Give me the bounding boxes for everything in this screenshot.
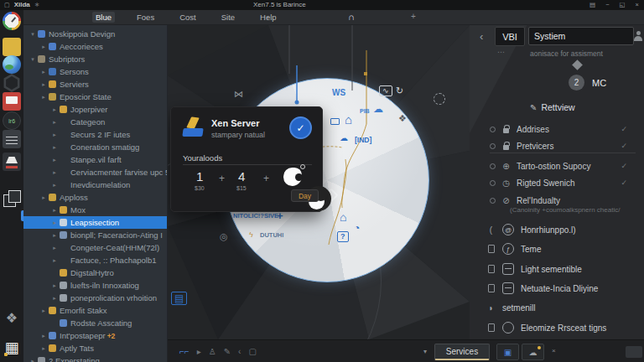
frame-icon[interactable]: ▢ — [248, 347, 256, 356]
caret-closed-icon[interactable]: ▸ — [39, 94, 48, 101]
window-menu-icon[interactable]: ▤ — [589, 1, 595, 8]
services-button[interactable]: Services — [434, 344, 490, 360]
clock-icon[interactable] — [3, 12, 21, 30]
caret-closed-icon[interactable]: ▸ — [50, 257, 59, 264]
caret-closed-icon[interactable]: ▸ — [39, 308, 48, 314]
back-icon[interactable]: ‹ — [238, 347, 241, 356]
radio-icon[interactable] — [490, 180, 496, 186]
menu-foes[interactable]: Foes — [133, 12, 158, 23]
corner-widget[interactable] — [626, 346, 642, 358]
avatar[interactable]: 2 — [569, 75, 584, 90]
tree-item[interactable]: ▸Apploss — [23, 191, 167, 204]
tree-item[interactable]: ▸Mox — [23, 204, 167, 216]
tree-item[interactable]: ▸Emorfit Stakx — [23, 304, 167, 317]
tree-item[interactable]: ▾Noskippoia Devign — [23, 28, 167, 40]
caret-closed-icon[interactable]: ▸ — [39, 81, 48, 88]
close-button[interactable]: × — [636, 1, 639, 8]
panel-item-row[interactable]: ƒTeme — [486, 241, 642, 256]
tree-item[interactable]: DigstalHytro — [23, 266, 167, 279]
monitor-icon[interactable] — [3, 92, 21, 111]
caret-closed-icon[interactable]: ▸ — [50, 106, 59, 113]
caret-closed-icon[interactable]: ▸ — [50, 295, 59, 302]
tree-item[interactable]: ▸Inevdicumelation — [23, 178, 167, 191]
apple-logo-icon[interactable] — [283, 168, 302, 186]
tree-item[interactable]: ▸Stanpe.vil farft — [23, 153, 167, 166]
menu-cost[interactable]: Cost — [176, 12, 200, 23]
day-button[interactable]: Day — [291, 189, 319, 202]
layers-icon[interactable] — [3, 189, 21, 208]
menu-blue[interactable]: Blue — [92, 12, 115, 23]
caret-closed-icon[interactable]: ▸ — [50, 182, 59, 189]
briefcase-icon[interactable]: ▣ — [496, 344, 519, 360]
option-row[interactable]: ⊘Rel'Indualty — [490, 194, 639, 207]
quantity-2[interactable]: 4 — [238, 169, 245, 184]
tree-item[interactable]: ▸luefts-iln Innoxatiog — [23, 279, 167, 292]
pencil-icon[interactable]: ✎ — [224, 347, 231, 356]
option-row[interactable]: ◷Rigted Swenich✓ — [490, 176, 639, 189]
caret-closed-icon[interactable]: ▸ — [39, 69, 48, 75]
printer-icon[interactable] — [3, 153, 21, 171]
tree-item[interactable]: ▸Int'postapepr+2 — [23, 329, 167, 342]
tree-item[interactable]: ▸Congeter-Ceat(HHM(72l) — [23, 241, 167, 254]
list-icon[interactable] — [3, 130, 21, 148]
ir6-icon[interactable]: Ir6 — [3, 111, 21, 130]
tree-item[interactable]: ▸Securs 2 IF iutes — [23, 128, 167, 141]
caret-closed-icon[interactable]: ▸ — [39, 44, 48, 50]
radio-icon[interactable] — [490, 163, 496, 169]
menu-site[interactable]: Site — [218, 12, 238, 23]
tree-item[interactable]: ▸Coneration smatigg — [23, 141, 167, 153]
back-chevron-icon[interactable]: ‹ — [480, 30, 483, 43]
tree-item[interactable]: ▸Cerviacmenter farvise upc 54 — [23, 166, 167, 178]
system-input[interactable]: Systiem — [528, 27, 634, 45]
tree-item[interactable]: ▸Factuce, :: Phachapolb1 — [23, 254, 167, 266]
dropdown-caret-icon[interactable]: ▾ — [423, 348, 427, 355]
tree-item[interactable]: ▸Serviers — [23, 78, 167, 90]
hexagon-icon[interactable] — [3, 74, 21, 92]
panel-item-row[interactable]: (@Honrhiunppo.l) — [486, 222, 642, 237]
panel-item-row[interactable]: Eleomize Rrsceat tigns — [486, 320, 642, 335]
tree-item[interactable]: ▸Sersons — [23, 65, 167, 78]
caret-closed-icon[interactable]: ▸ — [50, 169, 59, 176]
option-row[interactable]: Addrises✓ — [490, 122, 639, 136]
caret-closed-icon[interactable]: ▸ — [39, 333, 48, 339]
user-icon[interactable]: ♙ — [209, 347, 216, 356]
option-row[interactable]: ⊕Tarto-ostion Supocy✓ — [490, 159, 639, 173]
tree-item[interactable]: ▸Aptly Tats — [23, 342, 167, 354]
tree-item[interactable]: ▸Categeon — [23, 116, 167, 128]
app-grid-icon[interactable]: ▦ — [3, 339, 21, 357]
folder-icon[interactable] — [3, 38, 21, 56]
quantity-1[interactable]: 1 — [196, 169, 203, 184]
caret-closed-icon[interactable]: ▸ — [39, 194, 48, 201]
radio-icon[interactable] — [490, 198, 496, 204]
browser-globe-icon[interactable] — [3, 55, 21, 74]
caret-closed-icon[interactable]: ▸ — [50, 132, 59, 138]
pinwheel-icon[interactable]: ❖ — [3, 308, 21, 327]
radio-icon[interactable] — [490, 127, 496, 132]
caret-closed-icon[interactable]: ▸ — [50, 232, 59, 239]
caret-closed-icon[interactable]: ▸ — [50, 144, 59, 151]
close-small-icon[interactable]: × — [552, 347, 556, 354]
person-icon[interactable] — [633, 31, 643, 41]
panel-item-row[interactable]: Netuate-Incia Dliyine — [486, 281, 642, 296]
caret-open-icon[interactable]: ▾ — [29, 56, 37, 63]
caret-closed-icon[interactable]: ▸ — [50, 119, 59, 126]
tree-item[interactable]: Rodste Asscating — [23, 317, 167, 329]
tree-item[interactable]: ▸Aeccorieces — [23, 40, 167, 53]
caret-closed-icon[interactable]: ▸ — [50, 157, 59, 163]
tree-item[interactable]: ▸Joperpiver — [23, 103, 167, 116]
panel-item-row[interactable]: Light sementible — [486, 261, 642, 277]
caret-closed-icon[interactable]: ▸ — [29, 358, 37, 362]
tree-item[interactable]: ▸Leapsisection — [23, 216, 167, 229]
add-tab-icon[interactable]: + — [411, 12, 416, 21]
confirm-check-button[interactable]: ✓ — [289, 116, 312, 139]
rettview-link[interactable]: ✎ Rettview — [530, 102, 575, 112]
caret-open-icon[interactable]: ▾ — [29, 31, 37, 38]
panel-item-row[interactable]: ◗setmenill — [486, 300, 642, 315]
caret-closed-icon[interactable]: ▸ — [50, 220, 59, 226]
caret-closed-icon[interactable]: ▸ — [50, 245, 59, 251]
tree-item[interactable]: ▸Eposcior State — [23, 90, 167, 103]
tree-item[interactable]: ▸2 Experstating — [23, 354, 167, 362]
tree-item[interactable]: ▾Subriptors — [23, 53, 167, 65]
home-icon[interactable]: ∩ — [348, 12, 355, 22]
option-row[interactable]: Pretvicers✓ — [490, 139, 639, 153]
